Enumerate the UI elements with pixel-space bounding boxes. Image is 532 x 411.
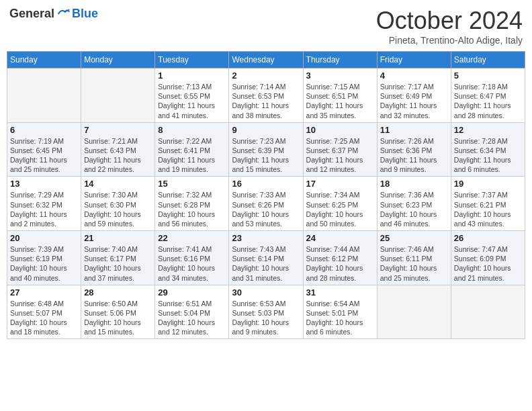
daylight-hours: Daylight: 11 hours and 15 minutes.: [232, 156, 289, 173]
daylight-hours: Daylight: 11 hours and 6 minutes.: [454, 156, 511, 173]
calendar-week-row: 1 Sunrise: 7:13 AM Sunset: 6:55 PM Dayli…: [7, 68, 525, 123]
calendar-cell: 24 Sunrise: 7:44 AM Sunset: 6:12 PM Dayl…: [303, 231, 377, 285]
calendar-week-row: 20 Sunrise: 7:39 AM Sunset: 6:19 PM Dayl…: [7, 231, 525, 285]
day-info: Sunrise: 7:44 AM Sunset: 6:12 PM Dayligh…: [306, 244, 374, 283]
sunset-time: Sunset: 5:04 PM: [158, 309, 210, 317]
day-number: 12: [454, 125, 522, 135]
day-info: Sunrise: 6:51 AM Sunset: 5:04 PM Dayligh…: [158, 299, 226, 337]
day-info: Sunrise: 7:18 AM Sunset: 6:47 PM Dayligh…: [454, 82, 522, 120]
day-number: 17: [306, 179, 374, 189]
day-info: Sunrise: 7:40 AM Sunset: 6:17 PM Dayligh…: [84, 244, 152, 283]
sunrise-time: Sunrise: 6:51 AM: [158, 300, 212, 308]
sunset-time: Sunset: 6:41 PM: [158, 146, 210, 154]
daylight-hours: Daylight: 11 hours and 28 minutes.: [454, 101, 511, 119]
sunset-time: Sunset: 6:14 PM: [232, 255, 284, 263]
sunset-time: Sunset: 5:07 PM: [10, 309, 62, 317]
sunrise-time: Sunrise: 7:15 AM: [306, 83, 360, 91]
daylight-hours: Daylight: 11 hours and 2 minutes.: [10, 210, 67, 228]
title-block: October 2024 Pineta, Trentino-Alto Adige…: [376, 7, 523, 46]
sunset-time: Sunset: 6:30 PM: [84, 201, 136, 209]
sunset-time: Sunset: 6:39 PM: [232, 146, 284, 154]
day-info: Sunrise: 7:39 AM Sunset: 6:19 PM Dayligh…: [10, 244, 78, 283]
calendar-week-row: 6 Sunrise: 7:19 AM Sunset: 6:45 PM Dayli…: [7, 122, 525, 177]
daylight-hours: Daylight: 10 hours and 34 minutes.: [158, 264, 215, 281]
day-number: 26: [454, 233, 522, 243]
calendar-cell: 25 Sunrise: 7:46 AM Sunset: 6:11 PM Dayl…: [377, 231, 451, 285]
day-number: 20: [10, 233, 78, 243]
calendar-cell: [377, 285, 451, 339]
sunset-time: Sunset: 6:32 PM: [10, 201, 62, 209]
calendar-cell: 10 Sunrise: 7:25 AM Sunset: 6:37 PM Dayl…: [303, 122, 377, 177]
daylight-hours: Daylight: 10 hours and 12 minutes.: [158, 318, 215, 336]
day-info: Sunrise: 7:37 AM Sunset: 6:21 PM Dayligh…: [454, 190, 522, 228]
daylight-hours: Daylight: 10 hours and 40 minutes.: [10, 264, 67, 281]
daylight-hours: Daylight: 11 hours and 32 minutes.: [380, 101, 437, 119]
day-number: 2: [232, 71, 300, 81]
weekday-header-row: SundayMondayTuesdayWednesdayThursdayFrid…: [7, 52, 525, 68]
day-info: Sunrise: 7:17 AM Sunset: 6:49 PM Dayligh…: [380, 82, 448, 120]
daylight-hours: Daylight: 10 hours and 6 minutes.: [306, 318, 363, 336]
weekday-header-sunday: Sunday: [7, 52, 81, 68]
sunrise-time: Sunrise: 7:30 AM: [84, 191, 138, 199]
day-number: 30: [232, 287, 300, 298]
day-info: Sunrise: 7:33 AM Sunset: 6:26 PM Dayligh…: [232, 190, 300, 228]
daylight-hours: Daylight: 10 hours and 31 minutes.: [232, 264, 289, 281]
weekday-header-tuesday: Tuesday: [155, 52, 229, 68]
sunset-time: Sunset: 6:55 PM: [158, 92, 210, 100]
sunset-time: Sunset: 6:53 PM: [232, 92, 284, 100]
weekday-header-monday: Monday: [81, 52, 155, 68]
sunrise-time: Sunrise: 7:26 AM: [380, 137, 434, 145]
day-info: Sunrise: 7:41 AM Sunset: 6:16 PM Dayligh…: [158, 244, 226, 283]
sunset-time: Sunset: 6:12 PM: [306, 255, 359, 263]
sunset-time: Sunset: 5:01 PM: [306, 309, 359, 317]
daylight-hours: Daylight: 11 hours and 38 minutes.: [232, 101, 289, 119]
day-info: Sunrise: 7:28 AM Sunset: 6:34 PM Dayligh…: [454, 136, 522, 175]
sunrise-time: Sunrise: 7:37 AM: [454, 191, 508, 199]
day-number: 31: [306, 287, 374, 298]
day-info: Sunrise: 6:53 AM Sunset: 5:03 PM Dayligh…: [232, 299, 300, 337]
day-info: Sunrise: 6:50 AM Sunset: 5:06 PM Dayligh…: [84, 299, 152, 337]
sunrise-time: Sunrise: 7:25 AM: [306, 137, 360, 145]
page-header: General Blue October 2024 Pineta, Trenti…: [7, 7, 525, 46]
calendar-cell: 12 Sunrise: 7:28 AM Sunset: 6:34 PM Dayl…: [451, 122, 525, 177]
sunrise-time: Sunrise: 7:46 AM: [380, 245, 434, 253]
sunrise-time: Sunrise: 7:43 AM: [232, 245, 285, 253]
daylight-hours: Daylight: 10 hours and 18 minutes.: [10, 318, 67, 336]
day-info: Sunrise: 6:54 AM Sunset: 5:01 PM Dayligh…: [306, 299, 374, 337]
sunrise-time: Sunrise: 7:21 AM: [84, 137, 138, 145]
sunset-time: Sunset: 6:43 PM: [84, 146, 136, 154]
day-number: 6: [10, 125, 78, 135]
calendar-cell: 26 Sunrise: 7:47 AM Sunset: 6:09 PM Dayl…: [451, 231, 525, 285]
calendar-cell: 18 Sunrise: 7:36 AM Sunset: 6:23 PM Dayl…: [377, 177, 451, 231]
calendar-cell: 29 Sunrise: 6:51 AM Sunset: 5:04 PM Dayl…: [155, 285, 229, 339]
calendar-cell: 28 Sunrise: 6:50 AM Sunset: 5:06 PM Dayl…: [81, 285, 155, 339]
day-number: 28: [84, 287, 152, 298]
day-number: 29: [158, 287, 226, 298]
calendar-cell: 19 Sunrise: 7:37 AM Sunset: 6:21 PM Dayl…: [451, 177, 525, 231]
sunset-time: Sunset: 6:34 PM: [454, 146, 506, 154]
calendar-cell: [81, 68, 155, 123]
daylight-hours: Daylight: 11 hours and 41 minutes.: [158, 101, 215, 119]
sunrise-time: Sunrise: 7:36 AM: [380, 191, 434, 199]
day-info: Sunrise: 7:13 AM Sunset: 6:55 PM Dayligh…: [158, 82, 226, 120]
sunrise-time: Sunrise: 7:47 AM: [454, 245, 508, 253]
day-info: Sunrise: 7:36 AM Sunset: 6:23 PM Dayligh…: [380, 190, 448, 228]
sunset-time: Sunset: 6:26 PM: [232, 201, 284, 209]
sunset-time: Sunset: 6:09 PM: [454, 255, 506, 263]
day-number: 13: [10, 179, 78, 189]
calendar-week-row: 27 Sunrise: 6:48 AM Sunset: 5:07 PM Dayl…: [7, 285, 525, 339]
daylight-hours: Daylight: 10 hours and 25 minutes.: [380, 264, 437, 281]
day-number: 9: [232, 125, 300, 135]
sunrise-time: Sunrise: 7:39 AM: [10, 245, 64, 253]
weekday-header-thursday: Thursday: [303, 52, 377, 68]
day-info: Sunrise: 7:46 AM Sunset: 6:11 PM Dayligh…: [380, 244, 448, 283]
sunset-time: Sunset: 6:49 PM: [380, 92, 433, 100]
calendar-cell: 1 Sunrise: 7:13 AM Sunset: 6:55 PM Dayli…: [155, 68, 229, 123]
sunset-time: Sunset: 6:36 PM: [380, 146, 433, 154]
day-info: Sunrise: 7:29 AM Sunset: 6:32 PM Dayligh…: [10, 190, 78, 228]
location-subtitle: Pineta, Trentino-Alto Adige, Italy: [376, 35, 523, 46]
sunrise-time: Sunrise: 7:32 AM: [158, 191, 212, 199]
day-number: 7: [84, 125, 152, 135]
sunrise-time: Sunrise: 7:41 AM: [158, 245, 212, 253]
daylight-hours: Daylight: 10 hours and 53 minutes.: [232, 210, 289, 228]
